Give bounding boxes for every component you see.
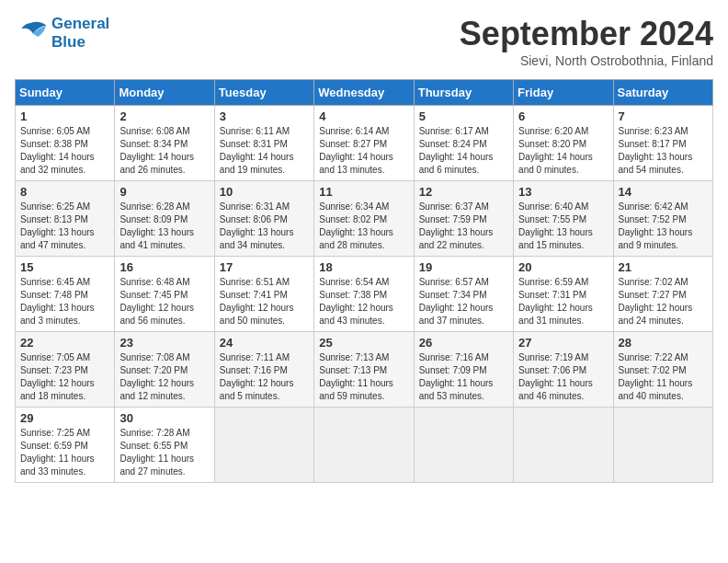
calendar-week-3: 15 Sunrise: 6:45 AMSunset: 7:48 PMDaylig… xyxy=(16,257,713,332)
day-number: 19 xyxy=(419,260,508,274)
page-header: General Blue September 2024 Sievi, North… xyxy=(15,15,713,68)
day-info: Sunrise: 6:05 AMSunset: 8:38 PMDaylight:… xyxy=(20,125,109,177)
day-info: Sunrise: 6:51 AMSunset: 7:41 PMDaylight:… xyxy=(220,276,309,327)
day-number: 29 xyxy=(20,411,109,425)
day-info: Sunrise: 6:20 AMSunset: 8:20 PMDaylight:… xyxy=(518,125,608,177)
day-info: Sunrise: 7:05 AMSunset: 7:23 PMDaylight:… xyxy=(20,351,109,403)
calendar-week-5: 29 Sunrise: 7:25 AMSunset: 6:59 PMDaylig… xyxy=(16,408,713,483)
calendar-cell: 1 Sunrise: 6:05 AMSunset: 8:38 PMDayligh… xyxy=(16,106,115,181)
day-number: 23 xyxy=(119,336,209,350)
month-title: September 2024 xyxy=(460,15,713,53)
calendar-cell: 28 Sunrise: 7:22 AMSunset: 7:02 PMDaylig… xyxy=(613,332,712,408)
day-number: 27 xyxy=(518,336,608,350)
logo: General Blue xyxy=(15,15,109,52)
day-info: Sunrise: 6:45 AMSunset: 7:48 PMDaylight:… xyxy=(20,276,109,327)
calendar-cell: 8 Sunrise: 6:25 AMSunset: 8:13 PMDayligh… xyxy=(16,181,115,257)
calendar-cell: 26 Sunrise: 7:16 AMSunset: 7:09 PMDaylig… xyxy=(414,332,513,408)
day-number: 25 xyxy=(319,336,408,350)
logo-text: General Blue xyxy=(51,15,109,52)
day-info: Sunrise: 6:59 AMSunset: 7:31 PMDaylight:… xyxy=(518,276,608,327)
calendar-cell xyxy=(414,408,513,483)
day-number: 26 xyxy=(419,336,508,350)
day-number: 24 xyxy=(220,336,309,350)
calendar-cell: 12 Sunrise: 6:37 AMSunset: 7:59 PMDaylig… xyxy=(414,181,513,257)
day-number: 17 xyxy=(220,260,309,274)
calendar-cell: 14 Sunrise: 6:42 AMSunset: 7:52 PMDaylig… xyxy=(613,181,712,257)
calendar-cell xyxy=(613,408,712,483)
day-info: Sunrise: 6:25 AMSunset: 8:13 PMDaylight:… xyxy=(20,201,109,252)
day-number: 10 xyxy=(220,185,309,199)
calendar-cell: 30 Sunrise: 7:28 AMSunset: 6:55 PMDaylig… xyxy=(115,408,214,483)
day-info: Sunrise: 7:25 AMSunset: 6:59 PMDaylight:… xyxy=(20,427,109,478)
weekday-header-row: SundayMondayTuesdayWednesdayThursdayFrid… xyxy=(16,80,713,106)
day-info: Sunrise: 6:08 AMSunset: 8:34 PMDaylight:… xyxy=(119,125,209,177)
logo-icon xyxy=(15,18,48,48)
day-info: Sunrise: 6:28 AMSunset: 8:09 PMDaylight:… xyxy=(119,201,209,252)
day-number: 11 xyxy=(319,185,408,199)
calendar-cell: 7 Sunrise: 6:23 AMSunset: 8:17 PMDayligh… xyxy=(613,106,712,181)
day-number: 2 xyxy=(119,109,209,123)
calendar-cell: 29 Sunrise: 7:25 AMSunset: 6:59 PMDaylig… xyxy=(16,408,115,483)
day-info: Sunrise: 6:57 AMSunset: 7:34 PMDaylight:… xyxy=(419,276,508,327)
day-number: 13 xyxy=(518,185,608,199)
day-info: Sunrise: 7:28 AMSunset: 6:55 PMDaylight:… xyxy=(119,427,209,478)
calendar-cell xyxy=(314,408,414,483)
calendar-cell: 20 Sunrise: 6:59 AMSunset: 7:31 PMDaylig… xyxy=(514,257,613,332)
calendar-cell: 18 Sunrise: 6:54 AMSunset: 7:38 PMDaylig… xyxy=(314,257,414,332)
calendar-cell: 24 Sunrise: 7:11 AMSunset: 7:16 PMDaylig… xyxy=(214,332,313,408)
day-number: 9 xyxy=(119,185,209,199)
location-subtitle: Sievi, North Ostrobothnia, Finland xyxy=(460,53,713,68)
weekday-header-friday: Friday xyxy=(514,80,613,106)
day-info: Sunrise: 7:08 AMSunset: 7:20 PMDaylight:… xyxy=(119,351,209,403)
weekday-header-tuesday: Tuesday xyxy=(214,80,313,106)
calendar-week-1: 1 Sunrise: 6:05 AMSunset: 8:38 PMDayligh… xyxy=(16,106,713,181)
calendar-cell: 22 Sunrise: 7:05 AMSunset: 7:23 PMDaylig… xyxy=(16,332,115,408)
calendar-cell xyxy=(214,408,313,483)
day-number: 5 xyxy=(419,109,508,123)
weekday-header-monday: Monday xyxy=(115,80,214,106)
day-number: 20 xyxy=(518,260,608,274)
calendar-cell: 5 Sunrise: 6:17 AMSunset: 8:24 PMDayligh… xyxy=(414,106,513,181)
day-info: Sunrise: 7:16 AMSunset: 7:09 PMDaylight:… xyxy=(419,351,508,403)
calendar-cell: 17 Sunrise: 6:51 AMSunset: 7:41 PMDaylig… xyxy=(214,257,313,332)
calendar-cell: 16 Sunrise: 6:48 AMSunset: 7:45 PMDaylig… xyxy=(115,257,214,332)
day-number: 12 xyxy=(419,185,508,199)
calendar-cell: 25 Sunrise: 7:13 AMSunset: 7:13 PMDaylig… xyxy=(314,332,414,408)
day-info: Sunrise: 6:37 AMSunset: 7:59 PMDaylight:… xyxy=(419,201,508,252)
day-number: 4 xyxy=(319,109,408,123)
calendar-cell: 21 Sunrise: 7:02 AMSunset: 7:27 PMDaylig… xyxy=(613,257,712,332)
weekday-header-thursday: Thursday xyxy=(414,80,513,106)
day-info: Sunrise: 6:31 AMSunset: 8:06 PMDaylight:… xyxy=(220,201,309,252)
calendar-cell: 3 Sunrise: 6:11 AMSunset: 8:31 PMDayligh… xyxy=(214,106,313,181)
day-info: Sunrise: 6:17 AMSunset: 8:24 PMDaylight:… xyxy=(419,125,508,177)
day-info: Sunrise: 6:34 AMSunset: 8:02 PMDaylight:… xyxy=(319,201,408,252)
calendar-cell: 11 Sunrise: 6:34 AMSunset: 8:02 PMDaylig… xyxy=(314,181,414,257)
calendar-cell: 13 Sunrise: 6:40 AMSunset: 7:55 PMDaylig… xyxy=(514,181,613,257)
day-number: 1 xyxy=(20,109,109,123)
calendar-cell: 6 Sunrise: 6:20 AMSunset: 8:20 PMDayligh… xyxy=(514,106,613,181)
weekday-header-saturday: Saturday xyxy=(613,80,712,106)
day-info: Sunrise: 7:19 AMSunset: 7:06 PMDaylight:… xyxy=(518,351,608,403)
calendar-table: SundayMondayTuesdayWednesdayThursdayFrid… xyxy=(15,79,713,483)
day-number: 15 xyxy=(20,260,109,274)
day-info: Sunrise: 7:11 AMSunset: 7:16 PMDaylight:… xyxy=(220,351,309,403)
calendar-cell: 2 Sunrise: 6:08 AMSunset: 8:34 PMDayligh… xyxy=(115,106,214,181)
day-info: Sunrise: 6:11 AMSunset: 8:31 PMDaylight:… xyxy=(220,125,309,177)
calendar-cell: 4 Sunrise: 6:14 AMSunset: 8:27 PMDayligh… xyxy=(314,106,414,181)
calendar-cell: 27 Sunrise: 7:19 AMSunset: 7:06 PMDaylig… xyxy=(514,332,613,408)
title-area: September 2024 Sievi, North Ostrobothnia… xyxy=(460,15,713,68)
day-info: Sunrise: 6:54 AMSunset: 7:38 PMDaylight:… xyxy=(319,276,408,327)
calendar-cell: 19 Sunrise: 6:57 AMSunset: 7:34 PMDaylig… xyxy=(414,257,513,332)
day-number: 14 xyxy=(619,185,708,199)
calendar-cell xyxy=(514,408,613,483)
day-number: 8 xyxy=(20,185,109,199)
day-info: Sunrise: 6:42 AMSunset: 7:52 PMDaylight:… xyxy=(619,201,708,252)
day-info: Sunrise: 6:40 AMSunset: 7:55 PMDaylight:… xyxy=(518,201,608,252)
day-number: 30 xyxy=(119,411,209,425)
day-info: Sunrise: 7:13 AMSunset: 7:13 PMDaylight:… xyxy=(319,351,408,403)
day-number: 6 xyxy=(518,109,608,123)
calendar-cell: 10 Sunrise: 6:31 AMSunset: 8:06 PMDaylig… xyxy=(214,181,313,257)
day-info: Sunrise: 6:48 AMSunset: 7:45 PMDaylight:… xyxy=(119,276,209,327)
day-info: Sunrise: 6:14 AMSunset: 8:27 PMDaylight:… xyxy=(319,125,408,177)
day-info: Sunrise: 7:22 AMSunset: 7:02 PMDaylight:… xyxy=(619,351,708,403)
